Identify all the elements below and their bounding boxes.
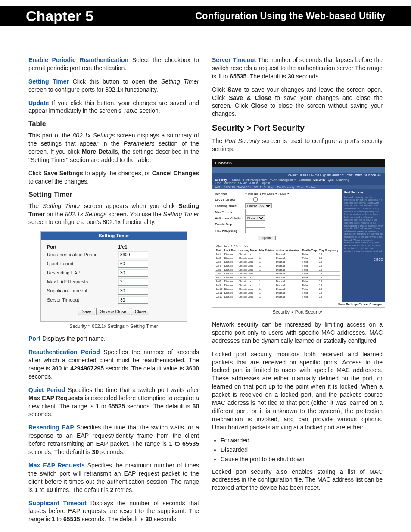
ps-tab-statistics[interactable]: Statistics xyxy=(299,178,311,181)
st-button-save[interactable]: Save xyxy=(78,308,96,315)
ps-save-row[interactable]: Save Settings Cancel Changes xyxy=(212,302,385,307)
st-field-label: Resending EAP xyxy=(47,270,118,275)
ps-tab-row: SecurityStatusPort ManagementVLAN Manage… xyxy=(212,177,385,185)
ps-select-action-on-violation[interactable]: Discard xyxy=(245,215,265,221)
st-input-resending-eap[interactable] xyxy=(118,269,148,277)
ps-tab-status[interactable]: Status xyxy=(232,178,241,181)
content-columns: Enable Periodic Reauthentication Select … xyxy=(0,56,411,529)
table-row: 2/e2DisableClassic Lock1DiscardFalse10 xyxy=(215,256,340,260)
table-row: 2/e5DisableClassic Lock1DiscardFalse10 xyxy=(215,268,340,272)
para-enable-periodic: Enable Periodic Reauthentication Select … xyxy=(28,56,199,72)
para-save-close: Click Save to save your changes and leav… xyxy=(212,86,383,118)
right-column: Server Timeout The number of seconds tha… xyxy=(212,56,383,529)
heading-table: Table xyxy=(28,120,199,128)
para-locked-port-last: Locked port security also enables storin… xyxy=(212,468,383,492)
para-setting-timer: Setting Timer Click this button to open … xyxy=(28,78,199,94)
ps-select-learning-mode[interactable]: Classic Lock xyxy=(245,203,272,208)
para-table-desc: This part of the 802.1x Settings screen … xyxy=(28,131,199,164)
st-input-reauthentication-period[interactable] xyxy=(118,251,148,258)
caption-setting-timer: Security > 802.1x Settings > Setting Tim… xyxy=(28,324,199,329)
st-field-label: Reauthentication Period xyxy=(47,252,118,257)
ps-tab-admin[interactable]: Admin xyxy=(249,181,258,184)
para-max-eap: Max EAP Requests Specifies the maximum n… xyxy=(28,461,199,494)
chapter-title: Configuration Using the Web-based Utilit… xyxy=(195,6,385,26)
st-input-max-eap-requests[interactable] xyxy=(118,278,148,286)
bullet-list: ForwardedDiscardedCause the port to be s… xyxy=(221,437,383,463)
ps-subtab-port-security[interactable]: Port Security xyxy=(277,186,294,189)
ps-tab-vlan-management[interactable]: VLAN Management xyxy=(270,178,296,181)
ps-subtab-row: ACLRADIUSTACACS+802.1x SettingsPort Secu… xyxy=(212,185,385,189)
left-column: Enable Periodic Reauthentication Select … xyxy=(28,56,199,529)
ps-subtab-radius[interactable]: RADIUS xyxy=(224,186,235,189)
ps-form-label: Max Entries xyxy=(215,211,245,214)
ps-subtab-storm-control[interactable]: Storm Control xyxy=(297,186,315,189)
ps-subtab-802-1x-settings[interactable]: 802.1x Settings xyxy=(254,186,274,189)
st-field-label: Max EAP Requests xyxy=(47,279,118,284)
st-button-save-close[interactable]: Save & Close xyxy=(96,308,130,315)
table-row: 2/e6DisableClassic Lock1DiscardFalse10 xyxy=(215,272,340,276)
table-row: 2/e4DisableClassic Lock1DiscardFalse10 xyxy=(215,264,340,268)
ps-tab-multicast[interactable]: Multicast xyxy=(224,181,236,184)
table-row: 2/e12DisableClassic Lock1DiscardFalse10 xyxy=(215,295,340,299)
ps-form-label: Interface xyxy=(215,193,245,196)
ps-form-label: Enable Trap xyxy=(215,223,245,226)
table-row: 2/e8DisableClassic Lock1DiscardFalse10 xyxy=(215,280,340,283)
para-port: Port Displays the port name. xyxy=(28,335,199,343)
table-row: 2/e11DisableClassic Lock1DiscardFalse10 xyxy=(215,291,340,295)
list-item: Cause the port to be shut down xyxy=(221,456,383,463)
ps-form-label: Learning Mode xyxy=(215,205,245,208)
st-button-close[interactable]: Close xyxy=(131,308,150,315)
ps-model: SLM224G4S xyxy=(364,174,381,177)
table-row: 2/e9DisableClassic Lock1DiscardFalse10 xyxy=(215,283,340,287)
figure-st-title: Setting Timer xyxy=(41,232,187,240)
ps-tab-logout[interactable]: Logout xyxy=(261,181,270,184)
st-field-label: Supplicant Timeout xyxy=(47,288,118,293)
para-supplicant-timeout: Supplicant Timeout Displays the number o… xyxy=(28,499,199,524)
st-field-label: Port xyxy=(47,244,118,249)
st-input-server-timeout[interactable] xyxy=(118,296,148,304)
para-locked-port: Locked port security monitors both recei… xyxy=(212,350,383,432)
ps-checkbox-lock-interface[interactable] xyxy=(247,197,264,202)
ps-update-button[interactable]: Update xyxy=(258,236,276,240)
st-input-quiet-period[interactable] xyxy=(118,260,148,268)
para-update: Update If you click this button, your ch… xyxy=(28,99,199,115)
para-network-security: Network security can be increased by lim… xyxy=(212,320,383,345)
table-row: 2/e7DisableClassic Lock1DiscardFalse10 xyxy=(215,276,340,280)
ps-tab-security[interactable]: Security xyxy=(313,178,325,181)
ps-input-trap-frequency[interactable] xyxy=(245,227,265,233)
ps-form-label: Trap Frequency xyxy=(215,229,245,232)
para-quiet-period: Quiet Period Specifies the time that a s… xyxy=(28,386,199,419)
ps-tab-qos[interactable]: QoS xyxy=(328,178,334,181)
figure-setting-timer: Setting Timer Port1/e1Reauthentication P… xyxy=(28,231,199,322)
figure-port-security: LINKSYS 24-port 10/100 + 4-Port Gigabit … xyxy=(212,159,383,308)
table-row: 2/e10DisableClassic Lock1DiscardFalse10 xyxy=(215,287,340,291)
ps-subtab-acl[interactable]: ACL xyxy=(215,186,221,189)
ps-subtab-tacacs-[interactable]: TACACS+ xyxy=(237,186,251,189)
table-row: 2/e3DisableClassic Lock1DiscardFalse10 xyxy=(215,260,340,264)
caption-port-security: Security > Port Security xyxy=(212,309,383,314)
ps-input-enable-trap[interactable] xyxy=(245,221,265,227)
page-footer: 24/48-Port 10/100 + 4-Port Gigabit Resil… xyxy=(0,529,411,532)
heading-setting-timer: Setting Timer xyxy=(28,191,199,199)
ps-product: 24-port 10/100 + 4-Port Gigabit Stackabl… xyxy=(288,174,362,177)
chapter-banner: Chapter 5 Configuration Using the Web-ba… xyxy=(0,0,411,30)
para-reauth-period: Reauthentication Period Specifies the nu… xyxy=(28,348,199,381)
ps-help-title: Port Security xyxy=(344,191,383,194)
para-server-timeout: Server Timeout The number of seconds tha… xyxy=(212,56,383,81)
ps-data-table: PortLock PortLearning ModeMax EntriesAct… xyxy=(215,249,340,299)
ps-input-max-entries[interactable] xyxy=(245,209,265,215)
para-resending-eap: Resending EAP Specifies the time that th… xyxy=(28,423,199,456)
ps-tab-snmp[interactable]: SNMP xyxy=(238,181,247,184)
para-save-cancel: Click Save Settings to apply the changes… xyxy=(28,169,199,186)
st-input-supplicant-timeout[interactable] xyxy=(118,287,148,295)
ps-form-label: Lock Interface xyxy=(215,198,245,201)
list-item: Forwarded xyxy=(221,437,383,444)
para-setting-timer-desc: The Setting Timer screen appears when yo… xyxy=(28,202,199,227)
para-port-security-intro: The Port Security screen is used to conf… xyxy=(212,137,383,153)
list-item: Discarded xyxy=(221,446,383,453)
ps-pagination: of Interface 1 2 3 Next>> xyxy=(215,245,340,248)
document-page: Chapter 5 Configuration Using the Web-ba… xyxy=(0,0,411,532)
cisco-logo: CISCO xyxy=(344,258,383,261)
ps-tab-port-management[interactable]: Port Management xyxy=(243,178,267,181)
st-field-label: Server Timeout xyxy=(47,297,118,302)
